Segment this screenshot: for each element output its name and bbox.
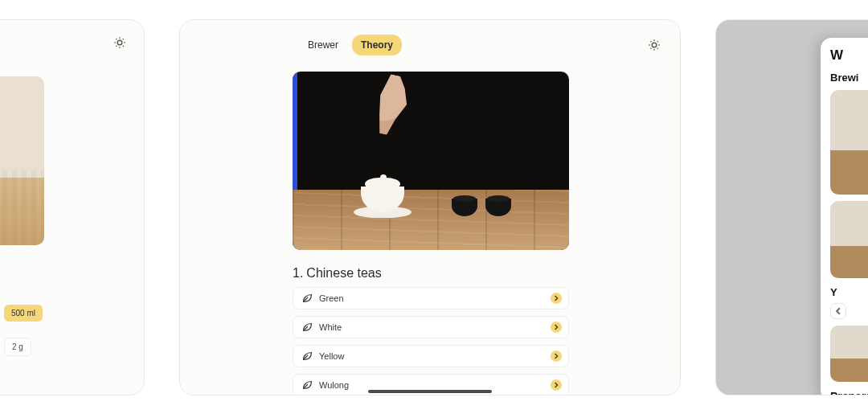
brewer-image	[0, 76, 44, 245]
weight-chip[interactable]: 2 g	[4, 338, 31, 356]
chevron-right-icon	[551, 379, 562, 391]
leaf-icon	[301, 350, 313, 362]
article-title: W	[830, 47, 868, 64]
article-sheet: W Brewi Y Preparat	[821, 38, 868, 395]
section-heading: 1.Chinese teas	[293, 266, 382, 281]
scroll-indicator	[368, 390, 492, 393]
chevron-right-icon	[551, 350, 562, 362]
chevron-right-icon	[551, 293, 562, 304]
leaf-icon	[301, 322, 313, 333]
article-heading-brewing: Brewi	[830, 72, 868, 84]
hero-image	[293, 72, 569, 250]
card-article-partial: W Brewi Y Preparat	[715, 19, 868, 395]
list-item-label: Yellow	[319, 351, 344, 361]
list-item-label: Green	[319, 293, 344, 303]
article-thumb[interactable]	[830, 90, 868, 195]
section-title-text: Chinese teas	[306, 266, 381, 280]
leaf-icon	[301, 293, 313, 304]
list-item[interactable]: Yellow	[293, 345, 569, 367]
article-heading-preparation: Preparat	[830, 390, 868, 395]
list-item[interactable]: White	[293, 316, 569, 338]
tab-brewer[interactable]: Brewer	[299, 35, 347, 55]
list-item[interactable]: Green	[293, 287, 569, 309]
gear-icon[interactable]	[113, 36, 126, 49]
chevron-right-icon	[551, 322, 562, 333]
section-number: 1.	[293, 266, 303, 280]
article-thumb[interactable]	[830, 326, 868, 382]
card-brewer-partial: 500 ml 2 g	[0, 19, 145, 395]
gear-icon[interactable]	[648, 39, 664, 51]
chevron-left-icon[interactable]	[830, 303, 846, 319]
article-thumb[interactable]	[830, 201, 868, 278]
leaf-icon	[301, 379, 313, 391]
list-item-label: Wulong	[319, 380, 349, 390]
tea-list: Green White Yellow Wulong	[293, 287, 569, 395]
tabs: Brewer Theory	[299, 35, 402, 55]
article-heading-y: Y	[830, 286, 868, 298]
volume-chip[interactable]: 500 ml	[4, 305, 43, 322]
list-item-label: White	[319, 322, 342, 332]
tab-theory[interactable]: Theory	[352, 35, 402, 55]
card-theory: Brewer Theory 1.Chinese teas Green White	[179, 19, 681, 395]
